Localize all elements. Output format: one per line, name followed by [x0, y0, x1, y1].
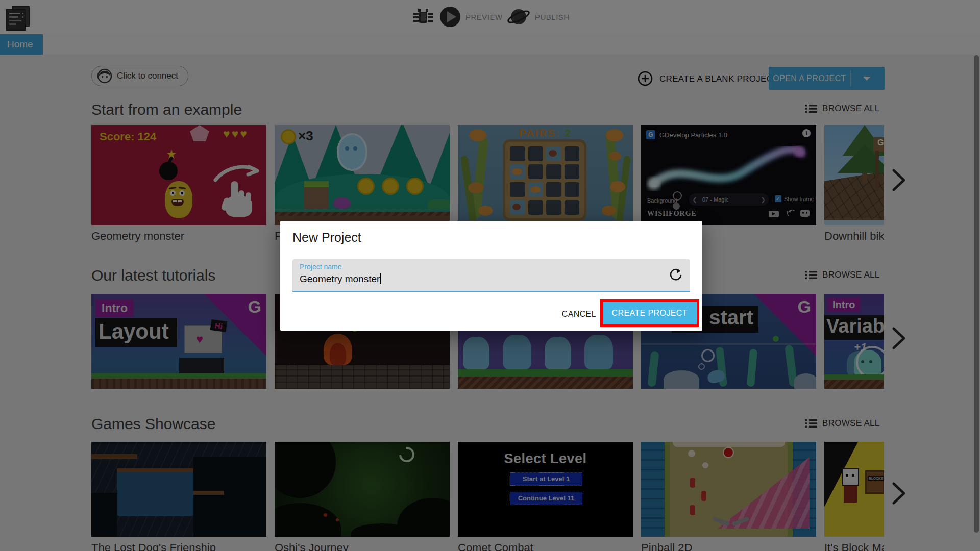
project-name-field[interactable]: Project name Geometry monster — [292, 259, 690, 292]
dialog-title: New Project — [292, 230, 361, 245]
field-label: Project name — [300, 263, 341, 271]
new-project-dialog: New Project Project name Geometry monste… — [280, 221, 702, 331]
refresh-icon[interactable] — [669, 268, 683, 282]
field-text: Geometry monster — [300, 273, 380, 284]
annotation-highlight-box: CREATE PROJECT — [600, 299, 699, 327]
cancel-button[interactable]: CANCEL — [558, 306, 600, 323]
create-project-button[interactable]: CREATE PROJECT — [603, 302, 697, 324]
project-name-value[interactable]: Geometry monster — [300, 273, 381, 285]
text-cursor — [380, 273, 381, 284]
